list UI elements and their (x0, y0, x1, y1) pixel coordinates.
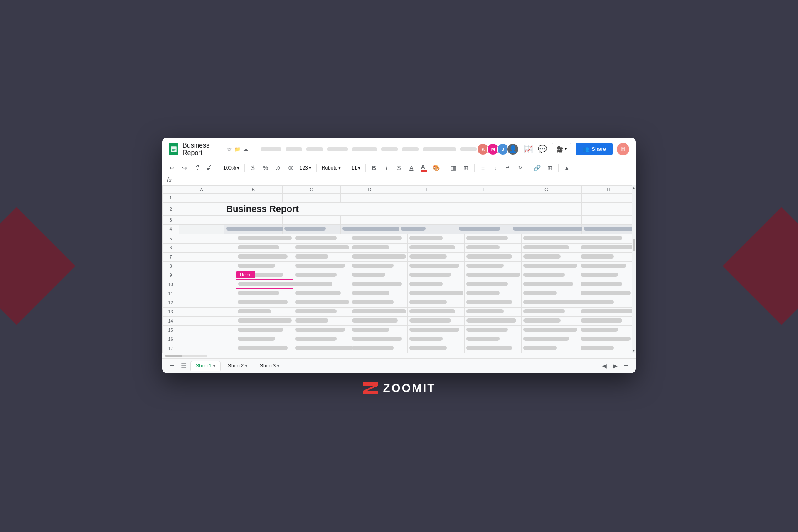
cell-d13[interactable] (350, 307, 407, 316)
cell-b11[interactable] (236, 289, 293, 298)
h-scroll-thumb[interactable] (165, 355, 182, 357)
cell-d7[interactable] (350, 252, 407, 261)
menu-file[interactable] (261, 147, 281, 151)
cell-g16[interactable] (522, 335, 579, 344)
cell-g15[interactable] (522, 325, 579, 335)
cell-a2[interactable] (179, 202, 224, 215)
cell-f8[interactable] (464, 261, 521, 271)
cell-e7[interactable] (407, 252, 464, 261)
col-header-h[interactable]: H (582, 185, 636, 193)
cell-a4[interactable] (179, 224, 224, 234)
cell-g12[interactable] (522, 298, 579, 307)
scroll-thumb[interactable] (633, 239, 635, 251)
cell-d9[interactable] (350, 271, 407, 280)
cell-b14[interactable] (236, 316, 293, 325)
cloud-icon[interactable]: ☁ (243, 146, 248, 152)
underline-button[interactable]: A (406, 163, 416, 173)
cell-h16[interactable] (579, 335, 635, 344)
cell-b4[interactable] (224, 224, 283, 234)
scroll-sheets-right[interactable]: ▶ (610, 361, 620, 371)
cell-f10[interactable] (464, 280, 521, 289)
cell-a1[interactable] (179, 193, 224, 202)
link-button[interactable]: 🔗 (532, 163, 542, 173)
text-color-button[interactable]: A (419, 163, 429, 173)
cell-g17[interactable] (522, 344, 579, 353)
cell-a10[interactable] (179, 280, 236, 289)
cell-e6[interactable] (407, 243, 464, 252)
zoom-select[interactable]: 100% ▾ (222, 164, 241, 172)
cell-c4[interactable] (283, 224, 341, 234)
cell-h4[interactable] (582, 224, 636, 234)
cell-c12[interactable] (293, 298, 350, 307)
col-header-a[interactable]: A (179, 185, 224, 193)
cell-a8[interactable] (179, 261, 236, 271)
cell-d1[interactable] (341, 193, 399, 202)
merge-cells-button[interactable]: ⊞ (461, 163, 471, 173)
cell-d3[interactable] (341, 215, 399, 224)
cell-d12[interactable] (350, 298, 407, 307)
cell-d10[interactable] (350, 280, 407, 289)
cell-c9[interactable] (293, 271, 350, 280)
rotate-button[interactable]: ↻ (515, 163, 525, 173)
cell-g4[interactable] (511, 224, 582, 234)
menu-format[interactable] (352, 147, 377, 151)
trend-icon[interactable]: 📈 (523, 144, 533, 154)
cell-f11[interactable] (464, 289, 521, 298)
strikethrough-button[interactable]: S (394, 163, 404, 173)
cell-b8[interactable] (236, 261, 293, 271)
cell-e3[interactable] (399, 215, 457, 224)
cell-f12[interactable] (464, 298, 521, 307)
cell-f5[interactable] (464, 234, 521, 243)
col-header-f[interactable]: F (457, 185, 511, 193)
cell-b1[interactable] (224, 193, 283, 202)
cell-h17[interactable] (579, 344, 635, 353)
cell-h13[interactable] (579, 307, 635, 316)
cell-h14[interactable] (579, 316, 635, 325)
collapse-toolbar-button[interactable]: ▲ (562, 163, 572, 173)
comment-icon[interactable]: 💬 (537, 144, 547, 154)
cell-b12[interactable] (236, 298, 293, 307)
col-header-b[interactable]: B (224, 185, 283, 193)
col-header-c[interactable]: C (283, 185, 341, 193)
cell-g11[interactable] (522, 289, 579, 298)
cell-c8[interactable] (293, 261, 350, 271)
cell-c5[interactable] (293, 234, 350, 243)
cell-d4[interactable] (341, 224, 399, 234)
folder-icon[interactable]: 📁 (234, 146, 241, 152)
cell-b5[interactable] (236, 234, 293, 243)
redo-button[interactable]: ↪ (180, 163, 190, 173)
highlight-color-button[interactable]: 🎨 (431, 163, 441, 173)
tab-sheet2[interactable]: Sheet2 ▾ (222, 361, 253, 371)
cell-e16[interactable] (407, 335, 464, 344)
cell-b6[interactable] (236, 243, 293, 252)
cell-c7[interactable] (293, 252, 350, 261)
cell-g8[interactable] (522, 261, 579, 271)
cell-e8[interactable] (407, 261, 464, 271)
font-select[interactable]: Roboto ▾ (320, 164, 343, 172)
cell-d11[interactable] (350, 289, 407, 298)
cell-b17[interactable] (236, 344, 293, 353)
cell-h6[interactable] (579, 243, 635, 252)
cell-e12[interactable] (407, 298, 464, 307)
cell-b13[interactable] (236, 307, 293, 316)
cell-g5[interactable] (522, 234, 579, 243)
cell-f14[interactable] (464, 316, 521, 325)
cell-e9[interactable] (407, 271, 464, 280)
cell-a6[interactable] (179, 243, 236, 252)
sheets-app-icon[interactable] (169, 143, 178, 155)
star-icon[interactable]: ☆ (227, 146, 232, 153)
menu-help[interactable] (460, 147, 477, 151)
cell-d17[interactable] (350, 344, 407, 353)
cell-h10[interactable] (579, 280, 635, 289)
cell-b10[interactable]: Helen (236, 280, 293, 289)
cell-g14[interactable] (522, 316, 579, 325)
cell-g9[interactable] (522, 271, 579, 280)
cell-a12[interactable] (179, 298, 236, 307)
cell-b16[interactable] (236, 335, 293, 344)
cell-c3[interactable] (283, 215, 341, 224)
currency-button[interactable]: $ (248, 163, 258, 173)
menu-insert[interactable] (327, 147, 348, 151)
bold-button[interactable]: B (369, 163, 379, 173)
cell-b7[interactable] (236, 252, 293, 261)
sheet-menu-button[interactable]: ☰ (179, 361, 189, 371)
